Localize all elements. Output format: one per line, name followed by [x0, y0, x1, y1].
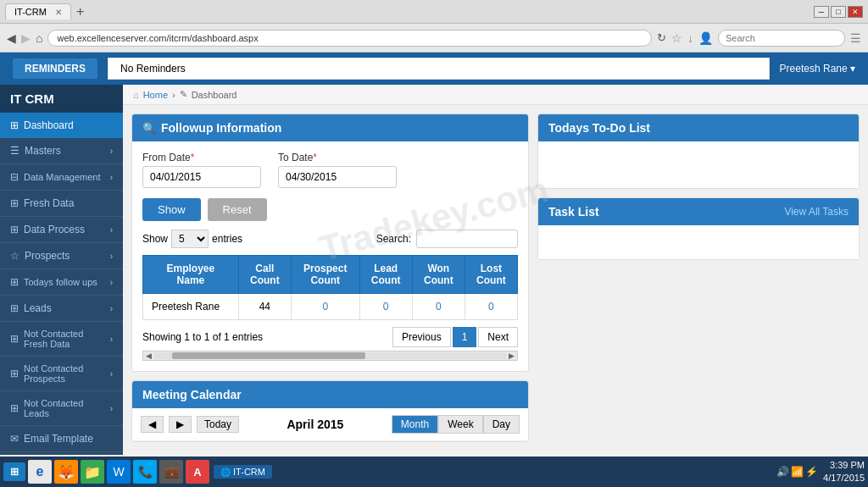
- day-view-button[interactable]: Day: [483, 415, 520, 434]
- task-body: [538, 225, 859, 259]
- sidebar-item-data-process[interactable]: ⊞ Data Process ›: [0, 217, 123, 243]
- task-header: Task List View All Tasks: [538, 198, 859, 225]
- browser-search-input[interactable]: [718, 30, 845, 47]
- search-icon: 🔍: [142, 122, 156, 135]
- show-button[interactable]: Show: [142, 198, 201, 221]
- cell-employee-name: Preetesh Rane: [143, 294, 239, 320]
- page-1-button[interactable]: 1: [453, 327, 477, 347]
- sidebar-item-todays-followups[interactable]: ⊞ Todays follow ups ›: [0, 269, 123, 296]
- cell-lead-count: 0: [359, 294, 412, 320]
- cell-call-count: 44: [238, 294, 291, 320]
- address-bar[interactable]: web.excellenceserver.com/itcrm/dashboard…: [47, 30, 652, 47]
- leads-icon: ⊞: [10, 302, 19, 314]
- data-process-arrow: ›: [110, 225, 113, 235]
- cell-lost-count: 0: [465, 294, 517, 320]
- table-row: Preetesh Rane 44 0 0 0 0: [143, 294, 518, 320]
- ncl-arrow: ›: [110, 404, 113, 413]
- entries-select[interactable]: 5 10 25: [171, 230, 209, 248]
- followups-arrow: ›: [110, 278, 113, 287]
- entries-label: entries: [212, 233, 242, 245]
- sidebar-item-not-contacted-leads[interactable]: ⊞ Not Contacted Leads ›: [0, 391, 123, 426]
- win-maximize[interactable]: □: [831, 6, 846, 18]
- table-search-input[interactable]: [416, 230, 518, 248]
- data-mgmt-arrow: ›: [110, 173, 113, 182]
- user-menu[interactable]: Preetesh Rane ▾: [780, 63, 855, 75]
- tab-title: IT-CRM: [14, 7, 47, 17]
- sidebar-item-not-contacted-fresh[interactable]: ⊞ Not Contacted Fresh Data ›: [0, 322, 123, 357]
- month-view-button[interactable]: Month: [392, 415, 438, 434]
- date-form: From Date* To Date*: [142, 152, 518, 188]
- account-icon[interactable]: 👤: [698, 31, 713, 45]
- breadcrumb-current: Dashboard: [192, 90, 237, 100]
- sidebar-item-prospects[interactable]: ☆ Prospects ›: [0, 243, 123, 269]
- reminders-badge[interactable]: REMINDERS: [13, 58, 97, 79]
- today-button[interactable]: Today: [197, 416, 239, 433]
- menu-icon[interactable]: ☰: [850, 31, 861, 45]
- sidebar-item-email-template[interactable]: ✉ Email Template: [0, 426, 123, 452]
- cal-prev-button[interactable]: ◀: [141, 416, 164, 433]
- breadcrumb-icon: ✎: [180, 89, 187, 100]
- data-process-icon: ⊞: [10, 224, 19, 235]
- download-icon[interactable]: ↓: [687, 31, 693, 45]
- cal-next-button[interactable]: ▶: [169, 416, 192, 433]
- to-date-group: To Date*: [278, 152, 397, 188]
- scroll-left-arrow[interactable]: ◀: [143, 351, 154, 360]
- prospects-icon: ☆: [10, 250, 19, 262]
- followups-icon: ⊞: [10, 276, 19, 288]
- followup-table: EmployeeName CallCount ProspectCount Lea…: [142, 255, 518, 320]
- masters-icon: ☰: [10, 145, 19, 157]
- ncl-icon: ⊞: [10, 402, 19, 414]
- pagination: Showing 1 to 1 of 1 entries Previous 1 N…: [142, 327, 518, 347]
- previous-button[interactable]: Previous: [392, 327, 451, 347]
- dashboard-icon: ⊞: [10, 119, 19, 131]
- bookmark-icon[interactable]: ☆: [671, 31, 682, 45]
- sidebar-item-data-management[interactable]: ⊟ Data Management ›: [0, 164, 123, 191]
- sidebar-item-fresh-data[interactable]: ⊞ Fresh Data: [0, 191, 123, 217]
- win-minimize[interactable]: ─: [814, 6, 829, 18]
- ncf-arrow: ›: [110, 335, 113, 344]
- sidebar-item-leads[interactable]: ⊞ Leads ›: [0, 296, 123, 322]
- to-date-input[interactable]: [278, 166, 397, 188]
- ncp-arrow: ›: [110, 369, 113, 379]
- forward-button[interactable]: ▶: [21, 31, 31, 45]
- win-close[interactable]: ✕: [848, 6, 863, 18]
- sidebar-item-dashboard[interactable]: ⊞ Dashboard: [0, 113, 123, 138]
- view-all-tasks-link[interactable]: View All Tasks: [784, 206, 849, 218]
- horizontal-scrollbar[interactable]: ◀ ▶: [142, 351, 518, 361]
- sidebar-item-masters[interactable]: ☰ Masters ›: [0, 138, 123, 164]
- back-button[interactable]: ◀: [7, 31, 16, 45]
- action-buttons: Show Reset: [142, 198, 518, 221]
- prospects-arrow: ›: [110, 252, 113, 261]
- breadcrumb: ⌂ Home › ✎ Dashboard: [123, 85, 868, 105]
- new-tab-button[interactable]: +: [76, 4, 84, 19]
- no-reminders-text: No Reminders: [108, 58, 770, 80]
- col-employee-name: EmployeeName: [143, 256, 239, 294]
- week-view-button[interactable]: Week: [438, 415, 482, 434]
- next-button[interactable]: Next: [478, 327, 518, 347]
- calendar-header: Meeting Calendar: [132, 381, 528, 408]
- reset-button[interactable]: Reset: [208, 198, 267, 221]
- col-won-count: WonCount: [412, 256, 465, 294]
- scroll-right-arrow[interactable]: ▶: [506, 351, 517, 360]
- cell-won-count: 0: [412, 294, 465, 320]
- email-template-icon: ✉: [10, 433, 19, 445]
- breadcrumb-home[interactable]: Home: [143, 90, 168, 100]
- data-mgmt-icon: ⊟: [10, 171, 19, 183]
- calendar-controls: ◀ ▶ Today April 2015 Month Week Day: [132, 408, 528, 441]
- table-controls: Show 5 10 25 entries Search:: [142, 230, 518, 248]
- scroll-thumb[interactable]: [172, 352, 365, 359]
- todo-body: [538, 141, 859, 188]
- tab-close-icon[interactable]: ✕: [55, 8, 62, 17]
- calendar-month-title: April 2015: [244, 418, 387, 431]
- sidebar-item-not-contacted-prospects[interactable]: ⊞ Not Contacted Prospects ›: [0, 357, 123, 391]
- followup-card: 🔍 Followup Information From Date*: [131, 113, 529, 372]
- todo-card: Todays To-Do List: [537, 113, 860, 189]
- from-date-input[interactable]: [142, 166, 261, 188]
- sidebar-item-reports[interactable]: ⊞ Reports ›: [0, 452, 123, 455]
- refresh-button[interactable]: ↻: [657, 31, 666, 44]
- browser-tab[interactable]: IT-CRM ✕: [5, 3, 71, 19]
- cell-prospect-count: 0: [291, 294, 359, 320]
- masters-arrow: ›: [110, 147, 113, 156]
- home-button[interactable]: ⌂: [36, 31, 42, 45]
- meeting-calendar-card: Meeting Calendar ◀ ▶ Today April 2015 Mo…: [131, 380, 529, 442]
